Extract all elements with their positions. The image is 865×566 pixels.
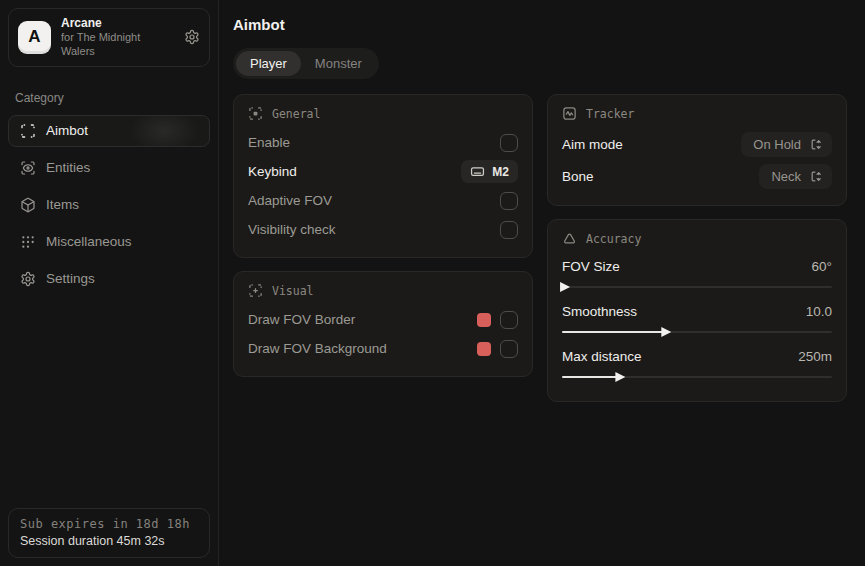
panel-tracker: Tracker Aim mode On Hold Bone Neck	[547, 94, 847, 206]
keyboard-icon	[470, 164, 485, 179]
select-value: On Hold	[753, 137, 801, 152]
draw-fov-background-checkbox[interactable]	[500, 340, 518, 358]
slider-thumb[interactable]	[560, 282, 570, 292]
setting-row-aim-mode: Aim mode On Hold	[562, 128, 832, 160]
gear-icon[interactable]	[184, 29, 200, 45]
setting-label: Keybind	[248, 164, 297, 179]
frame-plus-icon	[248, 283, 263, 298]
brand-text: Arcane for The Midnight Walers	[61, 16, 174, 59]
panel-title: Accuracy	[586, 232, 641, 246]
brand-card: A Arcane for The Midnight Walers	[8, 8, 210, 67]
focus-icon	[248, 106, 263, 121]
main-content: Aimbot Player Monster General Enable	[219, 0, 865, 566]
keybind-button[interactable]: M2	[461, 160, 518, 183]
setting-row-smoothness: Smoothness 10.0	[562, 298, 832, 333]
setting-label: Adaptive FOV	[248, 193, 332, 208]
panel-title: Visual	[272, 284, 314, 298]
visibility-check-checkbox[interactable]	[500, 221, 518, 239]
triangle-icon	[562, 231, 577, 246]
category-nav: Aimbot Entities Items Miscellaneous Sett…	[8, 115, 210, 295]
setting-row-adaptive-fov: Adaptive FOV	[248, 186, 518, 215]
unfold-vertical-icon	[810, 170, 823, 183]
panel-visual: Visual Draw FOV Border Draw FOV Backgrou…	[233, 271, 533, 377]
package-icon	[20, 197, 36, 213]
setting-label: Smoothness	[562, 304, 637, 319]
aim-mode-select[interactable]: On Hold	[741, 132, 832, 157]
scan-eye-icon	[20, 160, 36, 176]
sidebar-item-miscellaneous[interactable]: Miscellaneous	[8, 226, 210, 258]
slider-thumb[interactable]	[661, 327, 671, 337]
sidebar-item-label: Entities	[46, 160, 90, 175]
sidebar-item-label: Settings	[46, 271, 95, 286]
setting-label: FOV Size	[562, 259, 620, 274]
slider-thumb[interactable]	[615, 372, 625, 382]
unfold-vertical-icon	[810, 138, 823, 151]
setting-label: Draw FOV Background	[248, 341, 387, 356]
sidebar-item-settings[interactable]: Settings	[8, 263, 210, 295]
max-distance-slider[interactable]	[562, 376, 832, 378]
draw-fov-border-checkbox[interactable]	[500, 311, 518, 329]
setting-row-draw-fov-background: Draw FOV Background	[248, 334, 518, 363]
color-swatch[interactable]	[477, 313, 491, 327]
sidebar: A Arcane for The Midnight Walers Categor…	[0, 0, 219, 566]
setting-label: Enable	[248, 135, 290, 150]
activity-square-icon	[562, 106, 577, 121]
setting-label: Max distance	[562, 349, 642, 364]
app-logo: A	[18, 21, 51, 54]
setting-row-enable: Enable	[248, 128, 518, 157]
setting-label: Draw FOV Border	[248, 312, 355, 327]
enable-checkbox[interactable]	[500, 134, 518, 152]
setting-row-draw-fov-border: Draw FOV Border	[248, 305, 518, 334]
setting-row-max-distance: Max distance 250m	[562, 343, 832, 378]
sidebar-item-entities[interactable]: Entities	[8, 152, 210, 184]
setting-row-bone: Bone Neck	[562, 160, 832, 192]
tab-monster[interactable]: Monster	[301, 51, 376, 76]
category-label: Category	[15, 91, 210, 105]
sidebar-item-aimbot[interactable]: Aimbot	[8, 115, 210, 147]
adaptive-fov-checkbox[interactable]	[500, 192, 518, 210]
sidebar-item-label: Items	[46, 197, 79, 212]
session-card: Sub expires in 18d 18h Session duration …	[8, 508, 210, 558]
setting-row-fov-size: FOV Size 60°	[562, 253, 832, 288]
setting-row-visibility-check: Visibility check	[248, 215, 518, 244]
app-name: Arcane	[61, 16, 174, 31]
setting-value: 60°	[812, 259, 832, 274]
select-value: Neck	[771, 169, 801, 184]
smoothness-slider[interactable]	[562, 331, 832, 333]
keybind-value: M2	[492, 165, 509, 179]
sub-expires-text: Sub expires in 18d 18h	[20, 517, 198, 531]
sidebar-item-items[interactable]: Items	[8, 189, 210, 221]
setting-value: 250m	[798, 349, 832, 364]
setting-label: Visibility check	[248, 222, 336, 237]
bone-select[interactable]: Neck	[759, 164, 832, 189]
target-tabs: Player Monster	[233, 48, 379, 79]
color-swatch[interactable]	[477, 342, 491, 356]
panel-accuracy: Accuracy FOV Size 60° Smoothne	[547, 219, 847, 402]
panel-general: General Enable Keybind M2 Adap	[233, 94, 533, 258]
setting-label: Aim mode	[562, 137, 623, 152]
tab-player[interactable]: Player	[236, 51, 301, 76]
sidebar-item-label: Aimbot	[46, 123, 88, 138]
scan-icon	[20, 123, 36, 139]
setting-value: 10.0	[806, 304, 832, 319]
setting-row-keybind: Keybind M2	[248, 157, 518, 186]
sidebar-item-label: Miscellaneous	[46, 234, 132, 249]
grip-dots-icon	[20, 234, 36, 250]
page-title: Aimbot	[233, 16, 865, 33]
session-duration-text: Session duration 45m 32s	[20, 534, 198, 548]
panel-title: General	[272, 107, 320, 121]
fov-size-slider[interactable]	[562, 286, 832, 288]
gear-icon	[20, 271, 36, 287]
setting-label: Bone	[562, 169, 594, 184]
app-tagline: for The Midnight Walers	[61, 31, 174, 59]
panel-title: Tracker	[586, 107, 634, 121]
